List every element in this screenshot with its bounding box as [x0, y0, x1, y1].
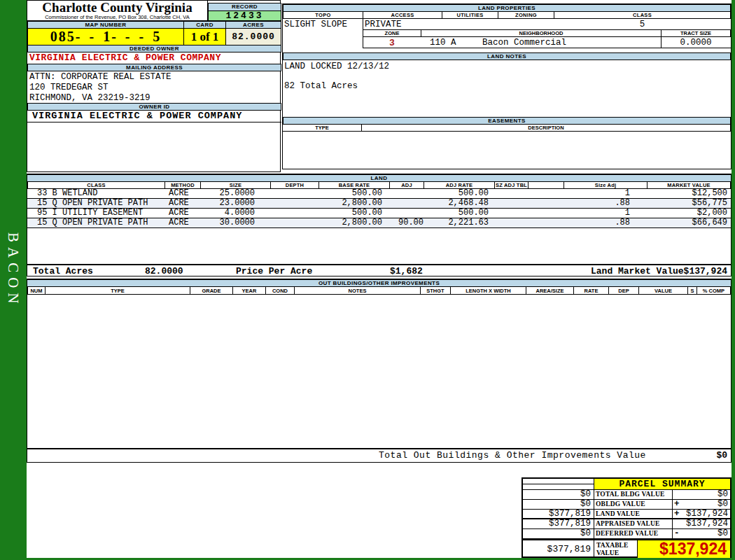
cell-method: ACRE [164, 218, 200, 227]
land-market-value-header: MARKET VALUE [647, 181, 731, 189]
land-market-value: $137,924 [684, 265, 727, 277]
cell-market-value: $56,775 [647, 199, 731, 208]
parcel-summary-header-spacer [523, 479, 594, 489]
cell-base-rate: 2,800.00 [318, 218, 389, 227]
land-table-section: LAND CLASS METHOD SIZE DEPTH BASE RATE A… [27, 174, 732, 276]
neighborhood-name: Bacon Commercial [482, 38, 566, 48]
ob-type-header: TYPE [45, 286, 190, 295]
ps-label: OBLDG VALUE [594, 500, 673, 509]
land-blank-header [528, 181, 564, 189]
land-class-header: CLASS [27, 181, 164, 189]
out-buildings-total-row: Total Out Buildings & Other Improvements… [27, 448, 731, 462]
cell-adj [389, 199, 424, 208]
land-depth-header: DEPTH [270, 181, 318, 189]
ps-label: DEFERRED VALUE [594, 529, 673, 538]
ob-rate-header: RATE [573, 286, 608, 295]
cell-size-adj: .88 [564, 218, 647, 227]
cell-sz-adj-tbl [494, 218, 528, 227]
cell-size: 23.0000 [200, 199, 270, 208]
land-adj-rate-header: ADJ RATE [424, 181, 494, 189]
commissioner-line: Commissioner of the Revenue, PO Box 308,… [27, 15, 207, 20]
cell-adj-rate: 2,221.63 [424, 218, 494, 227]
cell-depth [270, 218, 318, 227]
ps-taxable-left-value: $377,819 [523, 540, 594, 558]
ps-right-value: $0 [718, 529, 728, 538]
land-adj-header: ADJ [389, 181, 424, 189]
ob-dep-header: DEP [608, 286, 638, 295]
mailing-address-label: MAILING ADDRESS [27, 64, 281, 71]
cell-size-adj: .88 [564, 199, 647, 208]
ob-s-header: S [687, 286, 696, 295]
cell-depth [270, 189, 318, 198]
address-line-2: 120 TREDEGAR ST [29, 83, 281, 93]
ob-value-header: VALUE [638, 286, 687, 295]
cell-size: 25.0000 [200, 189, 270, 198]
ps-right-value: $137,924 [686, 519, 728, 528]
cell-class: 33 B WETLAND [27, 189, 164, 198]
land-size-adj-header: Size Adj [564, 181, 647, 189]
tract-size-column-header: TRACT SIZE [661, 29, 731, 37]
acres-value: 82.0000 [225, 28, 281, 46]
cell-blank [528, 218, 564, 227]
cell-size: 30.0000 [200, 218, 270, 227]
land-table-header-row: CLASS METHOD SIZE DEPTH BASE RATE ADJ AD… [27, 181, 731, 189]
topo-column-header: TOPO [283, 11, 363, 19]
cell-base-rate: 500.00 [318, 189, 389, 198]
ps-sign: + [674, 500, 680, 509]
ob-notes-header: NOTES [294, 286, 420, 295]
cell-adj-rate: 2,468.48 [424, 199, 494, 208]
ps-left-value: $377,819 [523, 519, 594, 528]
parcel-summary: PARCEL SUMMARY $0 TOTAL BLDG VALUE $0 $0… [522, 477, 732, 558]
parcel-summary-row-deferred: $0 DEFERRED VALUE -$0 [523, 529, 730, 539]
parcel-summary-header-row: PARCEL SUMMARY [523, 479, 730, 490]
ps-left-value: $0 [523, 490, 594, 499]
land-row-3: 95 I UTILITY EASEMENT ACRE 4.0000 500.00… [27, 209, 731, 218]
tract-size-value: 0.0000 [661, 38, 731, 48]
cell-method: ACRE [164, 199, 200, 208]
record-card: Charlotte County Virginia Commissioner o… [27, 0, 732, 558]
owner-header-block: Charlotte County Virginia Commissioner o… [27, 0, 281, 172]
easement-description-column-header: DESCRIPTION [361, 124, 731, 132]
cell-method: ACRE [164, 209, 200, 218]
ob-sthgt-header: STHGT [420, 286, 450, 295]
total-acres-label: Total Acres [33, 265, 93, 277]
cell-blank [528, 209, 564, 218]
county-title-box: Charlotte County Virginia Commissioner o… [27, 1, 208, 21]
out-buildings-header-row: NUM TYPE GRADE YEAR COND NOTES STHGT LEN… [27, 286, 731, 295]
utilities-column-header: UTILITIES [442, 11, 498, 19]
access-value: PRIVATE [365, 20, 402, 29]
cell-adj [389, 209, 424, 218]
land-note-line-1: LAND LOCKED 12/13/12 [284, 62, 729, 71]
access-column-header: ACCESS [363, 11, 442, 19]
cell-base-rate: 2,800.00 [318, 199, 389, 208]
owner-id-value: VIRGINIA ELECTRIC & POWER COMPANY [27, 110, 281, 122]
ps-left-value: $0 [523, 500, 594, 509]
ob-area-size-header: AREA/SIZE [526, 286, 573, 295]
cell-market-value: $2,000 [647, 209, 731, 218]
record-value: 12433 [208, 10, 281, 21]
ps-taxable-value: $137,924 [638, 540, 730, 558]
cell-adj-rate: 500.00 [424, 189, 494, 198]
zoning-column-header: ZONING [498, 11, 554, 19]
ps-right-value: $0 [718, 500, 728, 509]
ps-sign: - [674, 529, 680, 538]
parcel-summary-title: PARCEL SUMMARY [594, 479, 730, 489]
ps-right-value: $0 [718, 490, 728, 499]
cell-class: 15 Q OPEN PRIVATE PATH [27, 199, 164, 208]
ps-right-value: $137,924 [686, 510, 728, 519]
land-row-1: 33 B WETLAND ACRE 25.0000 500.00 500.00 … [27, 189, 731, 199]
parcel-summary-row-land: $377,819 LAND VALUE +$137,924 [523, 510, 730, 519]
land-method-header: METHOD [164, 181, 200, 189]
out-buildings-section: OUT BUILDINGS/OTHER IMPROVEMENTS NUM TYP… [27, 279, 732, 463]
cell-blank [528, 199, 564, 208]
ob-grade-header: GRADE [190, 286, 232, 295]
mailing-address: ATTN: CORPORATE REAL ESTATE 120 TREDEGAR… [27, 71, 281, 104]
ob-pct-comp-header: % COMP [696, 286, 731, 295]
cell-adj: 90.00 [389, 218, 424, 227]
sidebar-vertical-label: BACON [4, 232, 22, 344]
class-column-header: CLASS [554, 11, 731, 19]
zone-column-header: ZONE [363, 29, 421, 37]
neighborhood-column-header: NEIGHBORHOOD [421, 29, 662, 37]
cell-size: 4.0000 [200, 209, 270, 218]
cell-adj-rate: 500.00 [424, 209, 494, 218]
